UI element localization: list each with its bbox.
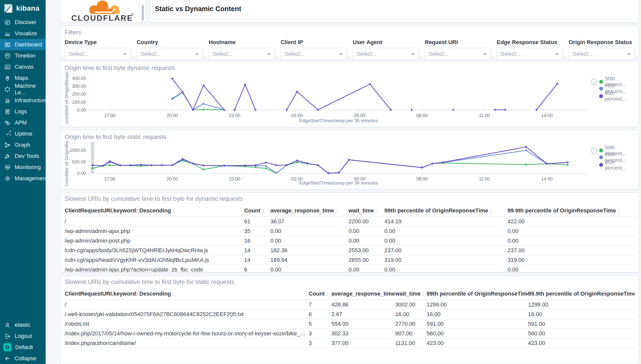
column-header-wait-time[interactable]: wait_time [348, 206, 384, 217]
table-row: /cdn-cgi/apps/body/3Lh52SjWTQ4HRlErJykHq… [65, 245, 635, 255]
sidebar-item-visualize[interactable]: Visualize [0, 28, 46, 39]
hostname-select[interactable]: Select... [209, 48, 275, 60]
table-cell: / [65, 300, 309, 309]
column-header-clientrequesturi-keyword-descending[interactable]: ClientRequestURI.keyword: Descending [65, 206, 244, 217]
sidebar-item-logout[interactable]: Logout [0, 331, 46, 342]
sidebar-item-apm[interactable]: APM [0, 117, 46, 128]
sidebar-item-canvas[interactable]: Canvas [0, 61, 46, 72]
column-header-average-response-time[interactable]: average_response_time [331, 289, 395, 300]
filter-label: Client IP [281, 39, 347, 46]
chevron-down-icon [266, 52, 271, 57]
column-header-99-9th-percentile-of-originresponsetime[interactable]: 99.9th percentile of OriginResponseTime [508, 206, 635, 217]
panel-scrollbar[interactable] [142, 5, 144, 21]
sidebar-item-logs[interactable]: Logs [0, 106, 46, 117]
table-row: /.well-known/pki-validation/054075F6A27B… [65, 309, 635, 319]
sidebar-item-collapse[interactable]: Collapse [0, 353, 46, 364]
sidebar-item-maps[interactable]: Maps [0, 72, 46, 84]
sort-icon [172, 209, 175, 213]
table-cell: 319.00 [508, 255, 635, 265]
filter-label: Device Type [65, 39, 131, 46]
sidebar-item-uptime[interactable]: Uptime [0, 128, 46, 139]
table-cell: 422.00 [508, 216, 635, 226]
uptime-icon [4, 131, 11, 137]
chart-canvas-static: 0.00500.001000.0017:0020:0023:0002:0005:… [65, 140, 591, 188]
table-cell: /wp-admin/admin-ajax.php [65, 226, 244, 236]
table-cell: /cdn-cgi/apps/body/3Lh52SjWTQ4HRlErJykHq… [65, 245, 244, 255]
sidebar-item-label: APM [15, 119, 27, 126]
data-table: ClientRequestURI.keyword: DescendingCoun… [65, 206, 635, 272]
visualize-icon [4, 30, 11, 37]
table-cell: /index.php/2017/05/14/how-i-owned-my-mot… [65, 329, 309, 338]
filter-field-user-agent: User AgentSelect... [353, 39, 419, 60]
edge-response-status-select[interactable]: Select... [497, 48, 563, 60]
table-panel-dynamic: Slowest URIs by cumulative time to first… [60, 192, 639, 272]
dashboard-title-panel: Static vs Dynamic Content [150, 0, 639, 23]
column-header-label: ClientRequestURI.keyword: Descending [65, 207, 171, 214]
chevron-down-icon [339, 52, 343, 57]
svg-text:Percentiles of OriginResponse: Percentiles of OriginResponse [65, 140, 69, 187]
column-header-count[interactable]: Count [309, 289, 331, 300]
table-cell: 0.00 [271, 226, 349, 236]
column-header-wait-time[interactable]: wait_time [395, 289, 427, 300]
table-cell: 16 [244, 236, 270, 245]
chart-legend: ›50th percent...75th percent...95th perc… [591, 71, 635, 125]
svg-text:08:00: 08:00 [416, 176, 428, 181]
collapse-icon [4, 355, 11, 362]
table-cell: 61 [244, 216, 270, 226]
table-cell: 0.00 [508, 236, 635, 245]
sidebar-item-label: Logs [15, 108, 27, 115]
origin-response-status-select[interactable]: Select... [569, 48, 635, 60]
legend-item-95th-percent[interactable]: 95th percent... [591, 161, 635, 169]
sidebar-item-dev-tools[interactable]: Dev Tools [0, 151, 46, 162]
select-placeholder: Select... [357, 51, 411, 57]
table-row: /wp-admin/admin-post.php160.000.000.000.… [65, 236, 635, 245]
table-cell: 423.00 [528, 338, 635, 348]
client-ip-select[interactable]: Select... [281, 48, 347, 60]
sidebar-item-label: Uptime [15, 131, 32, 137]
sidebar-item-monitoring[interactable]: Monitoring [0, 162, 46, 173]
column-header-count[interactable]: Count [244, 206, 270, 217]
column-header-label: ClientRequestURI.keyword: Descending [65, 290, 171, 297]
sidebar-item-management[interactable]: Management [0, 173, 46, 184]
table-container: ClientRequestURI.keyword: DescendingCoun… [65, 206, 635, 272]
column-header-99th-percentile-of-originresponsetime[interactable]: 99th percentile of OriginResponseTime [426, 289, 528, 300]
column-header-99-9th-percentile-of-originresponsetime[interactable]: 99.9th percentile of OriginResponseTime [528, 289, 635, 300]
sidebar-item-dashboard[interactable]: Dashboard [0, 39, 46, 50]
maps-icon [4, 75, 11, 82]
header-row: CLOUDFLARE ® Static vs Dynamic Content [60, 0, 639, 23]
column-header-clientrequesturi-keyword-descending[interactable]: ClientRequestURI.keyword: Descending [65, 289, 309, 300]
sidebar-item-timelion[interactable]: Timelion [0, 50, 46, 61]
sidebar-item-machine-le[interactable]: Machine Le... [0, 84, 46, 95]
select-placeholder: Select... [573, 51, 627, 57]
request-uri-select[interactable]: Select... [425, 48, 491, 60]
sidebar-item-discover[interactable]: Discover [0, 17, 46, 28]
sidebar-item-elastic[interactable]: elastic [0, 319, 46, 331]
user-agent-select[interactable]: Select... [353, 48, 419, 60]
sidebar-item-default[interactable]: DDefault [0, 342, 46, 353]
column-header-average-response-time[interactable]: average_response_time [271, 206, 349, 217]
svg-text:23:00: 23:00 [229, 113, 240, 118]
legend-expand-icon[interactable]: › [591, 79, 597, 85]
sidebar-item-infrastructure[interactable]: Infrastructure [0, 95, 46, 106]
device-type-select[interactable]: Select... [65, 48, 131, 60]
table-cell: /robots.txt [65, 319, 309, 329]
table-cell: 2200.00 [348, 216, 384, 226]
legend-item-95th-percent[interactable]: 95th percent... [591, 92, 635, 100]
table-cell: /cdn-cgi/apps/head/xVgyKhR-vV3dAUGhMqfBc… [65, 255, 244, 265]
column-header-99th-percentile-of-originresponsetime[interactable]: 99th percentile of OriginResponseTime [384, 206, 508, 217]
select-placeholder: Select... [501, 51, 555, 57]
legend-color-dot [599, 149, 603, 152]
svg-text:11:00: 11:00 [479, 176, 490, 181]
select-placeholder: Select... [212, 51, 266, 57]
kibana-logo[interactable]: kibana [0, 0, 46, 17]
dashboard-main: CLOUDFLARE ® Static vs Dynamic Content F… [46, 0, 641, 364]
column-header-label: Count [309, 290, 325, 297]
sidebar: kibana DiscoverVisualizeDashboardTimelio… [0, 0, 46, 364]
legend-expand-icon[interactable]: › [591, 148, 597, 154]
infrastructure-icon [4, 97, 11, 104]
filters-panel: Filters Device TypeSelect...CountrySelec… [60, 26, 639, 58]
country-select[interactable]: Select... [137, 48, 203, 60]
sidebar-item-graph[interactable]: Graph [0, 139, 46, 151]
svg-text:14:00: 14:00 [541, 176, 553, 181]
cloudflare-logo-panel: CLOUDFLARE ® [60, 0, 146, 23]
